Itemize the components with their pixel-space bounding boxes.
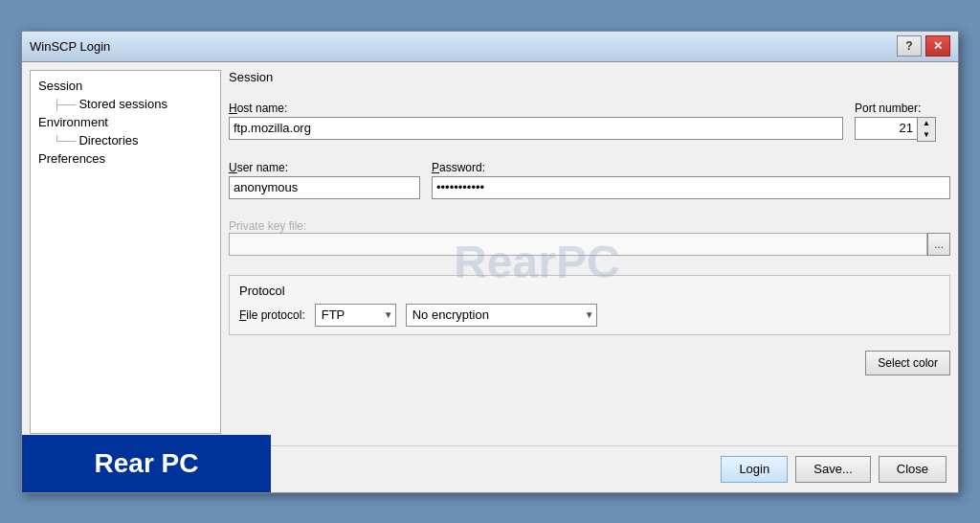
- form-panel: Session Host name: Port number: ▲ ▼: [229, 70, 950, 434]
- user-pass-row: User name: Password:: [229, 161, 950, 199]
- tree-item-directories[interactable]: Directories: [34, 131, 216, 149]
- login-button[interactable]: Login: [721, 456, 788, 483]
- private-key-input[interactable]: [229, 233, 927, 256]
- close-button[interactable]: Close: [879, 456, 947, 483]
- title-bar-buttons: ? ✕: [897, 35, 950, 57]
- port-up-button[interactable]: ▲: [918, 118, 935, 129]
- ftp-select[interactable]: FTP SFTP SCP WebDAV: [315, 304, 396, 327]
- port-spinner: ▲ ▼: [917, 117, 936, 142]
- port-field-group: Port number: ▲ ▼: [855, 102, 950, 142]
- username-input[interactable]: [229, 176, 420, 199]
- host-field-group: Host name:: [229, 102, 843, 140]
- file-protocol-label: File protocol:: [239, 308, 305, 322]
- host-input[interactable]: [229, 117, 843, 140]
- password-input[interactable]: [432, 176, 950, 199]
- close-window-button[interactable]: ✕: [925, 35, 950, 57]
- private-key-label: Private key file:: [229, 219, 306, 233]
- password-label: Password:: [432, 161, 950, 174]
- port-down-button[interactable]: ▼: [918, 129, 935, 141]
- dialog-title: WinSCP Login: [30, 39, 897, 54]
- session-section-label: Session: [229, 70, 950, 84]
- username-label: User name:: [229, 161, 420, 174]
- host-label: Host name:: [229, 102, 843, 115]
- tree-item-stored-sessions[interactable]: Stored sessions: [34, 95, 216, 113]
- ftp-select-wrapper: FTP SFTP SCP WebDAV ▼: [315, 304, 396, 327]
- port-wrapper: ▲ ▼: [855, 117, 950, 142]
- dialog-body: Session Stored sessions Environment Dire…: [22, 62, 958, 442]
- protocol-section: Protocol File protocol: FTP SFTP SCP Web…: [229, 275, 950, 335]
- private-key-row: Private key file: ...: [229, 218, 950, 256]
- private-key-wrapper: ...: [229, 233, 950, 256]
- help-button[interactable]: ?: [897, 35, 922, 57]
- port-input[interactable]: [855, 117, 917, 140]
- host-port-row: Host name: Port number: ▲ ▼: [229, 102, 950, 142]
- browse-button[interactable]: ...: [927, 233, 950, 256]
- select-color-row: Select color: [229, 351, 950, 375]
- port-label: Port number:: [855, 102, 950, 115]
- password-field-group: Password:: [432, 161, 950, 199]
- encryption-select-wrapper: No encryption TLS/SSL Explicit encryptio…: [406, 304, 597, 327]
- protocol-section-label: Protocol: [239, 284, 940, 298]
- save-button[interactable]: Save...: [795, 456, 870, 483]
- username-field-group: User name:: [229, 161, 420, 199]
- tree-panel: Session Stored sessions Environment Dire…: [30, 70, 221, 434]
- title-bar: WinSCP Login ? ✕: [22, 32, 958, 62]
- protocol-row: File protocol: FTP SFTP SCP WebDAV ▼: [239, 304, 940, 327]
- encryption-select[interactable]: No encryption TLS/SSL Explicit encryptio…: [406, 304, 597, 327]
- branding-bar: Rear PC: [22, 435, 271, 492]
- select-color-button[interactable]: Select color: [865, 351, 950, 375]
- branding-text: Rear PC: [95, 448, 199, 479]
- tree-item-environment[interactable]: Environment: [34, 113, 216, 131]
- tree-item-preferences[interactable]: Preferences: [34, 149, 216, 168]
- tree-item-session[interactable]: Session: [34, 77, 216, 95]
